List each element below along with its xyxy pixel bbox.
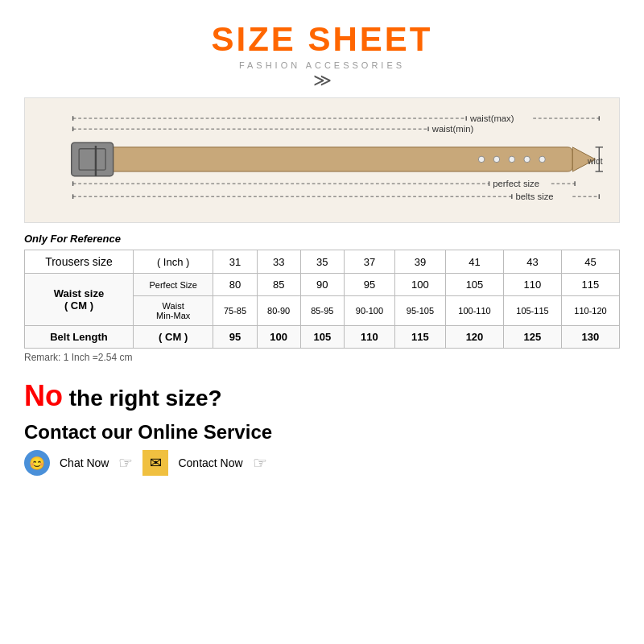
- size-43: 43: [503, 250, 561, 274]
- chat-now-label[interactable]: Chat Now: [60, 456, 109, 469]
- svg-rect-1: [72, 142, 114, 176]
- waist-size-label: Waist size( CM ): [25, 274, 134, 326]
- belt-115: 115: [394, 326, 445, 349]
- contact-label: Contact our Online Service: [24, 421, 272, 444]
- svg-point-4: [478, 156, 485, 163]
- belt-cm-label: ( CM ): [133, 326, 213, 349]
- size-45: 45: [561, 250, 619, 274]
- right-size-text: the right size?: [69, 386, 222, 411]
- no-size-text: No the right size?: [24, 379, 620, 413]
- svg-point-7: [524, 156, 530, 163]
- no-size-section: No the right size? Contact our Online Se…: [24, 379, 620, 476]
- svg-point-6: [509, 156, 515, 163]
- reference-note: Only For Reference: [24, 233, 620, 245]
- belt-105: 105: [300, 326, 344, 349]
- belt-110: 110: [344, 326, 394, 349]
- size-37: 37: [344, 250, 394, 274]
- size-41: 41: [446, 250, 504, 274]
- perfect-90: 90: [300, 274, 344, 296]
- inch-label: ( Inch ): [133, 250, 213, 274]
- svg-point-8: [539, 156, 546, 163]
- svg-text:belts size: belts size: [516, 192, 554, 201]
- belt-95: 95: [213, 326, 257, 349]
- perfect-80: 80: [213, 274, 257, 296]
- belt-length-label: Belt Length: [25, 326, 134, 349]
- remark-text: Remark: 1 Inch =2.54 cm: [24, 352, 620, 363]
- mm-110-120: 110-120: [561, 296, 619, 326]
- svg-point-5: [493, 156, 500, 163]
- mm-100-110: 100-110: [446, 296, 504, 326]
- contact-now-label[interactable]: Contact Now: [178, 456, 242, 469]
- chat-icon: 😊: [24, 450, 50, 476]
- hand-icon-1: ☞: [118, 453, 133, 473]
- mm-95-105: 95-105: [394, 296, 445, 326]
- chevron-icon: ≫: [313, 72, 332, 89]
- size-35: 35: [300, 250, 344, 274]
- perfect-100: 100: [394, 274, 445, 296]
- belt-length-row: Belt Length ( CM ) 95 100 105 110 115 12…: [25, 326, 620, 349]
- trousers-size-label: Trousers size: [25, 250, 134, 274]
- svg-text:width: width: [587, 157, 603, 166]
- perfect-115: 115: [561, 274, 619, 296]
- belt-100: 100: [257, 326, 300, 349]
- envelope-icon: ✉: [142, 450, 168, 476]
- perfect-size-label: Perfect Size: [133, 274, 213, 296]
- page-subtitle: FASHION ACCESSORIES: [239, 60, 405, 70]
- belt-diagram-svg: waist(max) waist(min) width perfect size: [41, 106, 603, 211]
- mm-85-95: 85-95: [300, 296, 344, 326]
- size-33: 33: [257, 250, 300, 274]
- page-title: SIZE SHEET: [211, 20, 432, 59]
- hand-icon-2: ☞: [253, 453, 267, 473]
- belt-120: 120: [446, 326, 504, 349]
- mm-105-115: 105-115: [503, 296, 561, 326]
- perfect-95: 95: [344, 274, 394, 296]
- belt-125: 125: [503, 326, 561, 349]
- contact-line: Contact our Online Service: [24, 421, 620, 444]
- no-label: No: [24, 379, 63, 412]
- belt-diagram: waist(max) waist(min) width perfect size: [24, 97, 620, 223]
- table-header-row: Trousers size ( Inch ) 31 33 35 37 39 41…: [25, 250, 620, 274]
- page: SIZE SHEET FASHION ACCESSORIES ≫ waist(m…: [0, 0, 644, 644]
- mm-75-85: 75-85: [213, 296, 257, 326]
- size-39: 39: [394, 250, 445, 274]
- contact-icons: 😊 Chat Now ☞ ✉ Contact Now ☞: [24, 450, 620, 476]
- min-max-label: WaistMin-Max: [133, 296, 213, 326]
- svg-text:perfect size: perfect size: [493, 179, 539, 188]
- size-table: Trousers size ( Inch ) 31 33 35 37 39 41…: [24, 250, 620, 349]
- perfect-size-row: Waist size( CM ) Perfect Size 80 85 90 9…: [25, 274, 620, 296]
- size-31: 31: [213, 250, 257, 274]
- perfect-85: 85: [257, 274, 300, 296]
- perfect-110: 110: [503, 274, 561, 296]
- svg-text:waist(min): waist(min): [431, 124, 474, 134]
- svg-text:waist(max): waist(max): [469, 114, 514, 123]
- belt-130: 130: [561, 326, 619, 349]
- mm-90-100: 90-100: [344, 296, 394, 326]
- perfect-105: 105: [446, 274, 504, 296]
- mm-80-90: 80-90: [257, 296, 300, 326]
